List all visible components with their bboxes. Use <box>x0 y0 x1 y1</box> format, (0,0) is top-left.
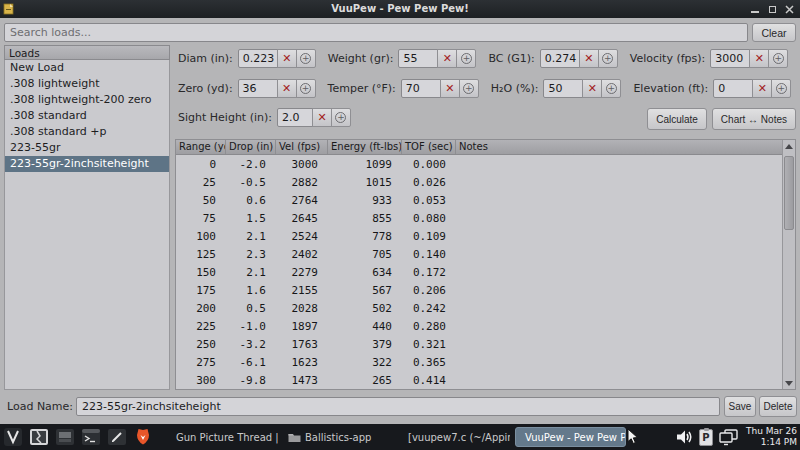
spin-increment-button[interactable]: + <box>768 49 788 68</box>
spin-increment-button[interactable]: + <box>456 49 476 68</box>
load-list-item[interactable]: 223-55gr-2inchsiteheight <box>5 156 169 172</box>
field-value-input[interactable]: 50 <box>543 79 583 98</box>
column-header-vel[interactable]: Vel (fps) <box>276 140 328 154</box>
field-value-input[interactable]: 70 <box>401 79 441 98</box>
spin-increment-button[interactable]: + <box>601 79 621 98</box>
table-row[interactable]: 0 -2.0 3000 1099 0.000 <box>176 155 782 173</box>
spin-clear-button[interactable]: ✕ <box>579 49 599 68</box>
field-value-input[interactable]: 0 <box>713 79 753 98</box>
table-row[interactable]: 125 2.3 2402 705 0.140 <box>176 245 782 263</box>
cell-range: 275 <box>176 356 226 369</box>
table-row[interactable]: 175 1.6 2155 567 0.206 <box>176 281 782 299</box>
table-row[interactable]: 225 -1.0 1897 440 0.280 <box>176 317 782 335</box>
save-button[interactable]: Save <box>724 396 756 417</box>
scroll-up-button[interactable] <box>783 140 795 152</box>
minimize-button[interactable] <box>750 3 760 15</box>
table-row[interactable]: 275 -6.1 1623 322 0.365 <box>176 353 782 371</box>
spin-clear-button[interactable]: ✕ <box>582 79 602 98</box>
cell-vel: 1763 <box>276 338 328 351</box>
column-header-drop[interactable]: Drop (in) <box>226 140 276 154</box>
table-row[interactable]: 25 -0.5 2882 1015 0.026 <box>176 173 782 191</box>
delete-button[interactable]: Delete <box>759 396 797 417</box>
chart-notes-toggle-button[interactable]: Chart ↔ Notes <box>712 108 796 130</box>
spin-increment-button[interactable]: + <box>296 79 316 98</box>
spin-clear-button[interactable]: ✕ <box>277 49 297 68</box>
spin-clear-button[interactable]: ✕ <box>437 49 457 68</box>
load-list-item[interactable]: .308 lightweight <box>5 76 169 92</box>
launcher-window-app-icon[interactable] <box>29 427 49 447</box>
window-title: VuuPew - Pew Pew Pew! <box>0 0 800 18</box>
table-row[interactable]: 50 0.6 2764 933 0.053 <box>176 191 782 209</box>
spin-increment-button[interactable]: + <box>459 79 479 98</box>
launcher-v-app-icon[interactable] <box>3 427 23 447</box>
plus-circle-icon: + <box>300 53 311 64</box>
display-settings-icon[interactable] <box>717 428 739 447</box>
launcher-brave-icon[interactable] <box>133 427 153 447</box>
table-row[interactable]: 75 1.5 2645 855 0.080 <box>176 209 782 227</box>
column-header-notes[interactable]: Notes <box>456 140 782 154</box>
spin-increment-button[interactable]: + <box>331 108 351 127</box>
column-header-range[interactable]: Range (yd) <box>176 140 226 154</box>
scroll-down-button[interactable] <box>783 377 795 389</box>
spin-clear-button[interactable]: ✕ <box>749 49 769 68</box>
clear-button[interactable]: Clear <box>752 23 796 42</box>
close-button[interactable] <box>784 3 794 15</box>
taskbar-window-text-editor[interactable]: [vuupew7.c (~/Appim... <box>399 427 510 447</box>
field-value-input[interactable]: 36 <box>238 79 278 98</box>
load-list-item[interactable]: New Load <box>5 60 169 76</box>
load-list-item[interactable]: .308 standard <box>5 108 169 124</box>
load-list-item[interactable]: .308 standard +p <box>5 124 169 140</box>
spin-clear-button[interactable]: ✕ <box>277 79 297 98</box>
cell-energy: 705 <box>328 248 402 261</box>
field-value-input[interactable]: 0.223 <box>238 49 278 68</box>
scrollbar-thumb[interactable] <box>784 156 794 230</box>
taskbar-clock[interactable]: Thu Mar 26 1:14 PM <box>746 426 797 449</box>
table-row[interactable]: 250 -3.2 1763 379 0.321 <box>176 335 782 353</box>
cell-tof: 0.365 <box>402 356 456 369</box>
spin-increment-button[interactable]: + <box>598 49 618 68</box>
table-header-row: Range (yd) Drop (in) Vel (fps) Energy (f… <box>176 140 782 155</box>
spin-field: Weight (gr): 55 ✕ + <box>328 49 477 68</box>
search-input[interactable] <box>4 23 748 42</box>
spin-increment-button[interactable]: + <box>296 49 316 68</box>
cell-drop: 1.5 <box>226 212 276 225</box>
field-label: H₂O (%): <box>491 82 539 95</box>
load-name-input[interactable] <box>76 397 720 416</box>
taskbar-window-file-manager[interactable]: Ballistics-app <box>283 427 394 447</box>
launcher-terminal-icon[interactable] <box>81 427 101 447</box>
field-value-input[interactable]: 55 <box>398 49 438 68</box>
spin-clear-button[interactable]: ✕ <box>312 108 332 127</box>
taskbar-window-browser[interactable]: Gun Picture Thread | ... <box>167 427 278 447</box>
field-value-input[interactable]: 0.274 <box>540 49 580 68</box>
cell-tof: 0.080 <box>402 212 456 225</box>
maximize-button[interactable] <box>767 3 777 15</box>
launcher-editor-icon[interactable] <box>107 427 127 447</box>
spin-clear-button[interactable]: ✕ <box>752 79 772 98</box>
spin-field: Diam (in): 0.223 ✕ + <box>178 49 316 68</box>
table-scrollbar[interactable] <box>782 140 795 389</box>
spin-increment-button[interactable]: + <box>771 79 791 98</box>
column-header-tof[interactable]: TOF (sec) <box>402 140 456 154</box>
calculate-button[interactable]: Calculate <box>647 108 707 130</box>
field-value-input[interactable]: 2.0 <box>277 108 313 127</box>
table-row[interactable]: 300 -9.8 1473 265 0.414 <box>176 371 782 389</box>
taskbar-window-vuupew-active[interactable]: VuuPew - Pew Pew Pew! <box>515 427 626 447</box>
window-titlebar[interactable]: VuuPew - Pew Pew Pew! <box>0 0 800 18</box>
table-row[interactable]: 100 2.1 2524 778 0.109 <box>176 227 782 245</box>
clock-date: Thu Mar 26 <box>746 426 797 437</box>
load-list-item[interactable]: 223-55gr <box>5 140 169 156</box>
field-value-input[interactable]: 3000 <box>710 49 750 68</box>
column-header-energy[interactable]: Energy (ft-lbs) <box>328 140 402 154</box>
spin-clear-button[interactable]: ✕ <box>440 79 460 98</box>
volume-icon[interactable] <box>675 428 695 446</box>
cell-vel: 1897 <box>276 320 328 333</box>
loads-column-header[interactable]: Loads <box>4 45 170 60</box>
load-list-item[interactable]: .308 lightweight-200 zero <box>5 92 169 108</box>
sight-height-field: Sight Height (in): 2.0 ✕ + <box>178 108 351 127</box>
cell-tof: 0.026 <box>402 176 456 189</box>
launcher-files-app-icon[interactable] <box>55 427 75 447</box>
plus-circle-icon: + <box>461 53 472 64</box>
clipboard-manager-icon[interactable]: P <box>699 429 713 446</box>
table-row[interactable]: 150 2.1 2279 634 0.172 <box>176 263 782 281</box>
table-row[interactable]: 200 0.5 2028 502 0.242 <box>176 299 782 317</box>
